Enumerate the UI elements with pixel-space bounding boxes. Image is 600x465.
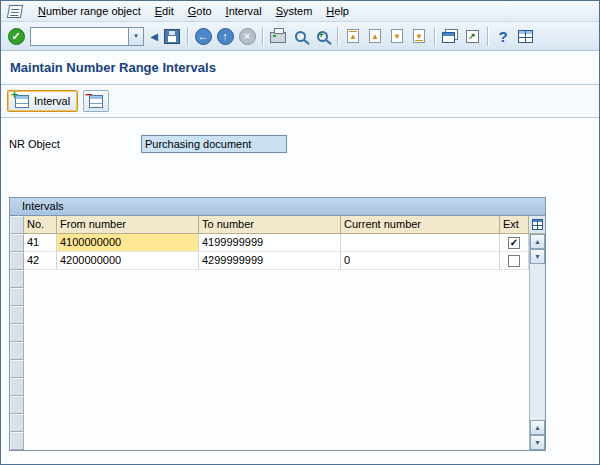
menu-help[interactable]: Help bbox=[319, 3, 356, 19]
toolbar-separator bbox=[487, 27, 488, 46]
row-selector[interactable] bbox=[10, 342, 24, 360]
col-header-ext[interactable]: Ext bbox=[500, 216, 529, 234]
row-selector[interactable] bbox=[10, 414, 24, 432]
menu-edit[interactable]: Edit bbox=[148, 3, 181, 19]
cell-current-number[interactable]: 0 bbox=[341, 252, 500, 270]
command-dropdown-icon[interactable]: ▾ bbox=[128, 28, 143, 45]
row-selector[interactable] bbox=[10, 270, 24, 288]
cell-from-number[interactable]: 4100000000 bbox=[57, 234, 199, 252]
system-menu-icon[interactable] bbox=[7, 5, 23, 18]
scroll-down-button[interactable]: ▼ bbox=[530, 435, 545, 450]
table-setup-button[interactable] bbox=[529, 216, 545, 234]
menu-system[interactable]: System bbox=[269, 3, 320, 19]
exit-button[interactable]: ↑ bbox=[214, 25, 236, 47]
toolbar-separator bbox=[434, 27, 435, 46]
print-icon bbox=[270, 32, 286, 43]
menu-goto[interactable]: Goto bbox=[181, 3, 219, 19]
delete-interval-icon: − bbox=[89, 95, 103, 108]
scroll-up-icon: ▲ bbox=[534, 238, 541, 245]
command-input[interactable] bbox=[31, 28, 128, 45]
table-header-row: No. From number To number Current number… bbox=[10, 216, 545, 234]
nr-object-field[interactable]: Purchasing document bbox=[141, 135, 287, 153]
back-icon: ← bbox=[195, 28, 212, 45]
vertical-scrollbar[interactable]: ▲ ▼ ▲ ▼ bbox=[529, 234, 545, 450]
row-selector[interactable] bbox=[10, 252, 24, 270]
customize-layout-icon bbox=[518, 30, 533, 43]
cell-to-number[interactable]: 4199999999 bbox=[199, 234, 341, 252]
add-interval-icon: + bbox=[15, 95, 29, 108]
find-button[interactable] bbox=[289, 25, 311, 47]
menu-number-range-object[interactable]: Number range object bbox=[31, 3, 148, 19]
last-page-button[interactable]: ▼ bbox=[408, 25, 430, 47]
main-content: NR Object Purchasing document Intervals … bbox=[1, 118, 599, 464]
page-up-button[interactable]: ▲ bbox=[364, 25, 386, 47]
col-header-no[interactable]: No. bbox=[24, 216, 57, 234]
page-title: Maintain Number Range Intervals bbox=[10, 60, 216, 75]
page-up-icon: ▲ bbox=[369, 29, 381, 43]
interval-button[interactable]: + Interval bbox=[7, 90, 78, 112]
save-button[interactable] bbox=[161, 25, 183, 47]
scroll-up-page-button[interactable]: ▲ bbox=[530, 420, 545, 435]
row-selector[interactable] bbox=[10, 360, 24, 378]
row-selector[interactable] bbox=[10, 378, 24, 396]
row-selector[interactable] bbox=[10, 432, 24, 450]
find-next-icon: + bbox=[317, 31, 328, 42]
first-page-button[interactable]: ▲ bbox=[342, 25, 364, 47]
save-icon bbox=[164, 29, 180, 44]
cell-no[interactable]: 42 bbox=[24, 252, 57, 270]
nr-object-label: NR Object bbox=[9, 138, 141, 150]
scrollbar-track[interactable] bbox=[530, 264, 545, 420]
first-page-icon: ▲ bbox=[347, 29, 359, 43]
row-selector[interactable] bbox=[10, 306, 24, 324]
ext-checkbox[interactable]: ✓ bbox=[508, 237, 520, 249]
row-selector[interactable] bbox=[10, 234, 24, 252]
scroll-down-line-button[interactable]: ▼ bbox=[530, 249, 545, 264]
nr-object-value: Purchasing document bbox=[145, 138, 251, 150]
page-down-button[interactable]: ▼ bbox=[386, 25, 408, 47]
cell-ext: ✓ bbox=[500, 234, 529, 252]
delete-interval-button[interactable]: − bbox=[83, 90, 109, 112]
cell-no[interactable]: 41 bbox=[24, 234, 57, 252]
cell-ext bbox=[500, 252, 529, 270]
print-button[interactable] bbox=[267, 25, 289, 47]
row-selector[interactable] bbox=[10, 288, 24, 306]
standard-toolbar: ✓ ▾ ◀ ← ↑ × + ▲ ▲ ▼ ▼ ↗ ? bbox=[1, 22, 599, 51]
row-selector[interactable] bbox=[10, 396, 24, 414]
toolbar-separator bbox=[337, 27, 338, 46]
enter-icon: ✓ bbox=[8, 28, 25, 45]
intervals-caption: Intervals bbox=[10, 198, 545, 216]
find-icon bbox=[295, 31, 306, 42]
enter-button[interactable]: ✓ bbox=[5, 25, 27, 47]
row-selector-column bbox=[10, 234, 24, 450]
select-all-cell[interactable] bbox=[10, 216, 24, 234]
col-header-current-number[interactable]: Current number bbox=[341, 216, 500, 234]
cancel-button[interactable]: × bbox=[236, 25, 258, 47]
plus-glyph: + bbox=[319, 31, 324, 40]
minus-icon: − bbox=[85, 88, 93, 101]
menu-bar: Number range object Edit Goto Interval S… bbox=[1, 1, 599, 22]
col-header-from-number[interactable]: From number bbox=[57, 216, 199, 234]
table-row: 42 4200000000 4299999999 0 bbox=[24, 252, 529, 270]
row-selector[interactable] bbox=[10, 324, 24, 342]
ext-checkbox[interactable] bbox=[508, 255, 520, 267]
cell-current-number[interactable] bbox=[341, 234, 500, 252]
back-button[interactable]: ← bbox=[192, 25, 214, 47]
application-toolbar: + Interval − bbox=[1, 85, 599, 118]
scroll-up-icon: ▲ bbox=[534, 424, 541, 431]
command-collapse-icon[interactable]: ◀ bbox=[147, 25, 161, 47]
help-icon: ? bbox=[498, 28, 507, 45]
shortcut-button[interactable]: ↗ bbox=[461, 25, 483, 47]
find-next-button[interactable]: + bbox=[311, 25, 333, 47]
customize-layout-button[interactable] bbox=[514, 25, 536, 47]
cell-from-number[interactable]: 4200000000 bbox=[57, 252, 199, 270]
toolbar-separator bbox=[262, 27, 263, 46]
menu-interval[interactable]: Interval bbox=[219, 3, 269, 19]
toolbar-separator bbox=[187, 27, 188, 46]
scroll-up-button[interactable]: ▲ bbox=[530, 234, 545, 249]
help-button[interactable]: ? bbox=[492, 25, 514, 47]
page-down-icon: ▼ bbox=[391, 29, 403, 43]
cell-to-number[interactable]: 4299999999 bbox=[199, 252, 341, 270]
new-session-button[interactable] bbox=[439, 25, 461, 47]
col-header-to-number[interactable]: To number bbox=[199, 216, 341, 234]
table-empty-area bbox=[24, 270, 529, 450]
